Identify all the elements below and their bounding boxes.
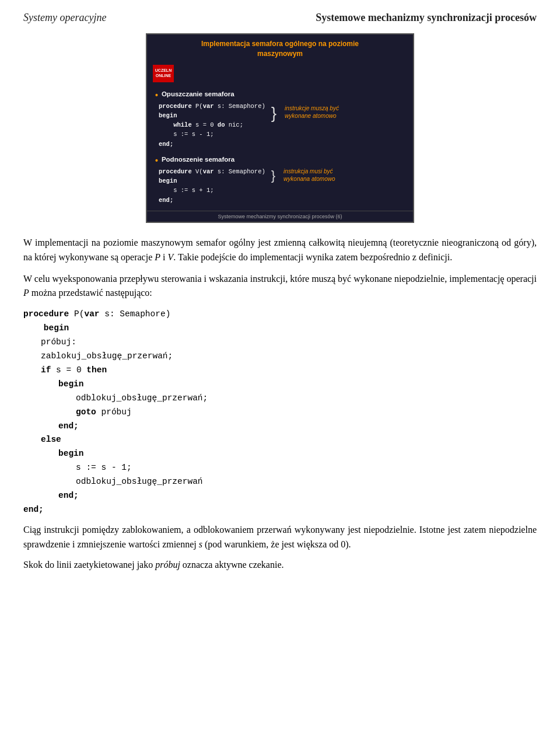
paragraph1: W implementacji na poziomie maszynowym s…	[23, 236, 537, 265]
slide: Implementacja semafora ogólnego na pozio…	[146, 33, 414, 223]
code-line2: begin	[23, 322, 537, 336]
code-line11: begin	[23, 447, 537, 461]
slide-logo-row: UCZELNONLINE	[147, 62, 413, 82]
slide-section2-title: • Podnoszenie semafora	[155, 156, 405, 165]
code-line14: end;	[23, 489, 537, 503]
code-line1: procedure P(var s: Semaphore)	[23, 308, 537, 322]
slide-logo: UCZELNONLINE	[153, 65, 174, 82]
header-title-right: Systemowe mechanizmy synchronizacji proc…	[316, 12, 537, 24]
slide-title: Implementacja semafora ogólnego na pozio…	[147, 34, 413, 62]
page-header: Systemy operacyjne Systemowe mechanizmy …	[23, 12, 537, 24]
bullet-icon: •	[155, 91, 158, 99]
code-line7: odblokuj_obsługę_przerwań;	[23, 392, 537, 406]
code-line10: else	[23, 433, 537, 447]
slide-annotation1: instrukcje muszą być wykonane atomowo	[285, 104, 339, 120]
slide-footer: Systemowe mechanizmy synchronizacji proc…	[147, 211, 413, 222]
paragraph2: W celu wyeksponowania przepływu sterowan…	[23, 272, 537, 301]
slide-annotation2: instrukcja musi być wykonana atomowo	[284, 167, 335, 183]
slide-section1-title: • Opuszczanie semafora	[155, 90, 405, 99]
slide-code2: procedure V(var s: Semaphore) begin s :=…	[159, 167, 265, 205]
code-line3: próbuj:	[23, 336, 537, 350]
code-line8: goto próbuj	[23, 406, 537, 420]
paragraph4: Skok do linii zaetykietowanej jako próbu…	[23, 558, 537, 573]
slide-code-row1: procedure P(var s: Semaphore) begin whil…	[155, 102, 405, 149]
paragraph3: Ciąg instrukcji pomiędzy zablokowaniem, …	[23, 523, 537, 552]
code-line4: zablokuj_obsługę_przerwań;	[23, 350, 537, 364]
slide-body: • Opuszczanie semafora procedure P(var s…	[147, 82, 413, 211]
code-line12: s := s - 1;	[23, 461, 537, 475]
bullet-icon2: •	[155, 156, 158, 165]
slide-code-row2: procedure V(var s: Semaphore) begin s :=…	[155, 167, 405, 205]
code-line15: end;	[23, 503, 537, 517]
slide-code1: procedure P(var s: Semaphore) begin whil…	[159, 102, 265, 149]
code-block: procedure P(var s: Semaphore) begin prób…	[23, 308, 537, 517]
code-line9: end;	[23, 420, 537, 434]
slide-container: Implementacja semafora ogólnego na pozio…	[23, 33, 537, 223]
code-line5: if s = 0 then	[23, 364, 537, 378]
code-line6: begin	[23, 378, 537, 392]
header-title-left: Systemy operacyjne	[23, 12, 106, 24]
code-line13: odblokuj_obsługę_przerwań	[23, 475, 537, 489]
